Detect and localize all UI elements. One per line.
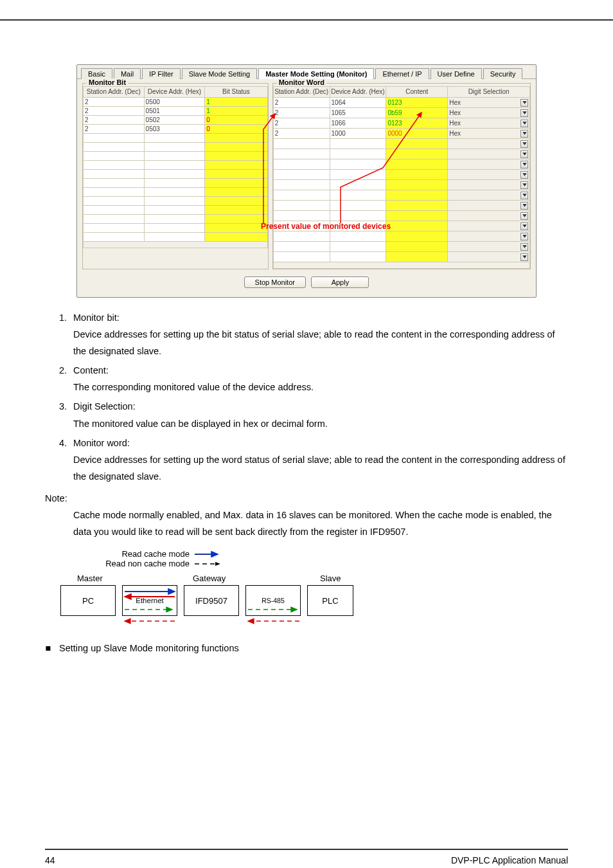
list-number: 2. — [45, 362, 73, 395]
dropdown-caret-icon[interactable] — [520, 192, 528, 199]
dropdown-caret-icon[interactable] — [520, 243, 528, 251]
col-content: Content — [386, 87, 448, 98]
list-body: The corresponding monitored value of the… — [73, 379, 568, 395]
table-row: 205001 — [84, 98, 268, 107]
cell-digit-selection[interactable] — [448, 221, 530, 231]
dropdown-caret-icon[interactable] — [520, 212, 528, 220]
button-row: Stop Monitor Apply — [77, 276, 536, 288]
list-body: Device addresses for setting up the bit … — [73, 326, 568, 359]
table-row — [84, 152, 268, 161]
page-number: 44 — [45, 855, 55, 865]
col-device-addr: Device Addr. (Hex) — [144, 87, 205, 98]
annotation-arrow-right — [332, 104, 434, 226]
monitor-bit-group: Monitor Bit Station Addr. (Dec) Device A… — [82, 83, 269, 269]
dropdown-caret-icon[interactable] — [520, 202, 528, 210]
tab-bar: Basic Mail IP Filter Slave Mode Setting … — [77, 65, 536, 79]
list-title: Monitor bit: — [73, 309, 568, 326]
dropdown-caret-icon[interactable] — [520, 150, 528, 158]
table-row — [84, 134, 268, 143]
dropdown-caret-icon[interactable] — [520, 171, 528, 179]
tab-slave-mode-setting[interactable]: Slave Mode Setting — [182, 68, 257, 79]
dropdown-caret-icon[interactable] — [520, 109, 528, 117]
cell-station[interactable]: 2 — [84, 116, 145, 125]
list-body: The monitored value can be displayed in … — [73, 415, 568, 432]
table-row — [84, 161, 268, 170]
manual-title: DVP-PLC Application Manual — [451, 855, 568, 865]
bullet-text: Setting up Slave Mode monitoring functio… — [59, 643, 239, 653]
table-row — [84, 179, 268, 188]
cell-digit-selection[interactable]: Hex — [448, 118, 530, 129]
dropdown-caret-icon[interactable] — [520, 253, 528, 261]
table-row — [84, 170, 268, 179]
list-item: 2.Content:The corresponding monitored va… — [45, 362, 568, 395]
arrow-solid-blue-icon — [193, 551, 222, 557]
cell-digit-selection[interactable] — [448, 242, 530, 252]
cell-station[interactable]: 2 — [273, 129, 330, 139]
list-body: Device addresses for setting up the word… — [73, 451, 568, 485]
dropdown-caret-icon[interactable] — [520, 120, 528, 127]
table-row: 205030 — [84, 125, 268, 134]
tab-ip-filter[interactable]: IP Filter — [142, 68, 181, 79]
table-row — [84, 215, 268, 224]
dropdown-caret-icon[interactable] — [520, 140, 528, 148]
apply-button[interactable]: Apply — [311, 276, 369, 288]
col-digit-selection: Digit Selection — [448, 87, 530, 98]
table-row — [84, 197, 268, 206]
note-body: Cache mode normally enabled, and Max. da… — [73, 507, 568, 540]
list-title: Digit Selection: — [73, 398, 568, 415]
cell-digit-selection[interactable] — [448, 190, 530, 201]
dropdown-caret-icon[interactable] — [520, 181, 528, 189]
cell-digit-selection[interactable] — [448, 211, 530, 221]
cell-digit-selection[interactable]: Hex — [448, 129, 530, 139]
cell-digit-selection[interactable] — [448, 231, 530, 242]
cell-digit-selection[interactable] — [448, 180, 530, 190]
cell-station[interactable]: 2 — [84, 107, 145, 116]
cell-bit-status: 1 — [205, 98, 267, 107]
tab-basic[interactable]: Basic — [81, 68, 112, 79]
cell-station[interactable]: 2 — [273, 108, 330, 118]
list-item: 3.Digit Selection:The monitored value ca… — [45, 398, 568, 431]
cell-bit-status: 0 — [205, 116, 267, 125]
cell-digit-selection[interactable]: Hex — [448, 98, 530, 108]
dropdown-caret-icon[interactable] — [520, 222, 528, 230]
cell-bit-status: 0 — [205, 125, 267, 134]
cell-station[interactable]: 2 — [273, 98, 330, 108]
cell-digit-selection[interactable] — [448, 159, 530, 170]
cell-station[interactable]: 2 — [273, 118, 330, 129]
tab-user-define[interactable]: User Define — [431, 68, 482, 79]
stop-monitor-button[interactable]: Stop Monitor — [244, 276, 306, 288]
cell-digit-selection[interactable] — [448, 149, 530, 159]
cell-digit-selection[interactable] — [448, 139, 530, 149]
cell-digit-selection[interactable] — [448, 252, 530, 262]
dropdown-caret-icon[interactable] — [520, 130, 528, 138]
list-number: 1. — [45, 309, 73, 359]
settings-dialog: Basic Mail IP Filter Slave Mode Setting … — [76, 64, 537, 298]
cell-station[interactable]: 2 — [84, 125, 145, 134]
dropdown-caret-icon[interactable] — [520, 99, 528, 107]
tab-mail[interactable]: Mail — [114, 68, 141, 79]
page-footer: 44 DVP-PLC Application Manual — [45, 849, 568, 865]
tab-security[interactable]: Security — [483, 68, 523, 79]
table-row — [273, 231, 529, 242]
list-title: Monitor word: — [73, 435, 568, 451]
cell-device[interactable]: 0500 — [144, 98, 205, 107]
cell-digit-selection[interactable]: Hex — [448, 108, 530, 118]
legend-cache-label: Read cache mode — [77, 549, 190, 559]
square-bullet-icon: ■ — [45, 643, 51, 653]
cell-device[interactable]: 0503 — [144, 125, 205, 134]
tab-ethernet-ip[interactable]: Ethernet / IP — [375, 68, 429, 79]
tab-master-mode-monitor[interactable]: Master Mode Setting (Monitor) — [258, 68, 374, 79]
cell-digit-selection[interactable] — [448, 170, 530, 180]
monitor-bit-legend: Monitor Bit — [87, 78, 128, 86]
table-row — [273, 242, 529, 252]
table-row — [84, 206, 268, 215]
dropdown-caret-icon[interactable] — [520, 161, 528, 168]
cell-station[interactable]: 2 — [84, 98, 145, 107]
monitor-bit-table: Station Addr. (Dec) Device Addr. (Hex) B… — [83, 86, 268, 248]
cell-device[interactable]: 0501 — [144, 107, 205, 116]
table-row: 205020 — [84, 116, 268, 125]
cell-digit-selection[interactable] — [448, 201, 530, 211]
cell-device[interactable]: 0502 — [144, 116, 205, 125]
cell-bit-status: 1 — [205, 107, 267, 116]
dropdown-caret-icon[interactable] — [520, 233, 528, 240]
